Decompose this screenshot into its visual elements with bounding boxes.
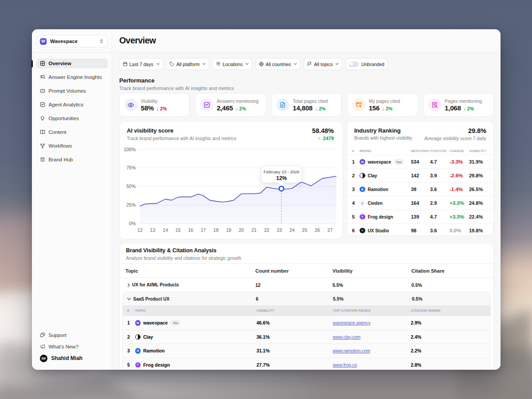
- svg-text:13: 13: [150, 227, 155, 233]
- svg-text:18: 18: [213, 227, 219, 233]
- svg-text:27: 27: [328, 227, 333, 233]
- svg-text:75%: 75%: [126, 165, 136, 170]
- svg-text:22: 22: [264, 227, 270, 233]
- svg-text:21: 21: [251, 227, 257, 233]
- svg-text:25%: 25%: [126, 202, 136, 207]
- svg-text:17: 17: [201, 227, 206, 233]
- svg-text:0%: 0%: [129, 221, 136, 226]
- svg-text:12: 12: [137, 227, 143, 233]
- svg-text:23: 23: [277, 227, 282, 233]
- svg-text:14: 14: [163, 227, 168, 233]
- svg-text:16: 16: [188, 227, 193, 233]
- svg-text:15: 15: [176, 227, 181, 233]
- svg-text:20: 20: [239, 227, 244, 233]
- svg-text:100%: 100%: [124, 147, 136, 152]
- svg-text:26: 26: [315, 227, 320, 233]
- svg-text:25: 25: [302, 227, 307, 233]
- svg-text:19: 19: [226, 227, 231, 233]
- svg-text:24: 24: [289, 227, 295, 233]
- svg-text:50%: 50%: [126, 184, 136, 189]
